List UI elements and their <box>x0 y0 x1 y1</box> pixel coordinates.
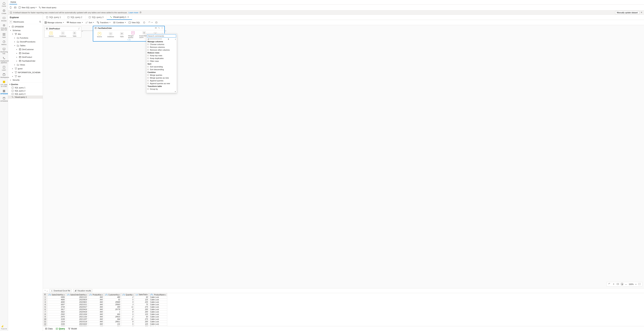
tree-schema-infoschema[interactable]: ▸INFORMATION_SCHEMA <box>8 71 43 74</box>
ctx-append-queries-new[interactable]: Append queries as new <box>146 82 177 85</box>
tab-sql1[interactable]: SQL query 1 <box>43 15 64 20</box>
top-tab-home[interactable]: Home <box>10 0 17 4</box>
table-row[interactable]: 2468520220819843525125Cable Lock <box>43 298 167 301</box>
tree-table-dimproduct[interactable]: ▸DimProduct <box>8 56 43 59</box>
table-row[interactable]: 121536202102228431315125Cable Lock <box>43 323 167 326</box>
toolbar-icon-3[interactable] <box>155 21 158 24</box>
ctx-sort-ascending[interactable]: Sort ascending <box>146 65 177 68</box>
table-row[interactable]: 450072022101184329583375Cable Lock <box>43 304 167 306</box>
query-item-visual1[interactable]: Visual query 1 <box>8 96 43 99</box>
rail-workspace-gtl[interactable]: GTL Data & AI Dev <box>0 80 8 89</box>
fullscreen-icon[interactable] <box>638 283 641 286</box>
reduce-rows-button[interactable]: Reduce rows▾ <box>67 21 83 24</box>
column-header-productname[interactable]: ABC ProductName ▾ <box>149 293 167 296</box>
toolbar-icon-2[interactable]: ▾ <box>148 21 152 24</box>
tree-schema-sys[interactable]: ▸sys <box>8 75 43 78</box>
ctx-keep-duplicates[interactable]: Keep duplicates <box>146 57 177 60</box>
transform-button[interactable]: Transform▾ <box>97 21 110 24</box>
step-database[interactable]: Database <box>106 32 116 38</box>
refresh-icon[interactable] <box>10 6 12 9</box>
node-more-icon[interactable]: ⋮ <box>161 27 163 29</box>
sort-button[interactable]: Sort▾ <box>86 21 94 24</box>
tree-schemas[interactable]: ▾Schemas <box>8 29 43 32</box>
table-row[interactable]: 82932202110248436655125Cable Lock <box>43 313 167 316</box>
column-header-salesorderdatekey[interactable]: 123 SalesOrderDateKey ▾ <box>66 293 88 296</box>
ctx-merge-queries[interactable]: Merge queries <box>146 74 177 76</box>
close-infobar-icon[interactable]: ✕ <box>641 11 642 14</box>
tab-sql2[interactable]: SQL query 2 <box>64 15 86 20</box>
column-header-salestotal[interactable]: 1.2 SalesTotal ▾ <box>134 293 149 296</box>
search-commands-input[interactable] <box>147 34 176 38</box>
ctx-keep-top-rows[interactable]: Keep top rows <box>146 54 177 57</box>
ctx-filter-rows[interactable]: Filter rows <box>146 60 177 62</box>
node-more-icon[interactable]: ⋮ <box>78 28 80 30</box>
new-visual-query-button[interactable]: New visual query <box>38 6 56 9</box>
tree-table-dimcustomer[interactable]: ▸DimCustomer <box>8 48 43 51</box>
table-row[interactable]: 1530620221121843480250Cable Lock <box>43 296 167 298</box>
tree-schema-dbo[interactable]: ▾dbo <box>8 32 43 36</box>
table-row[interactable]: 11131920210118843299118200Cable Lock <box>43 320 167 323</box>
rail-apps[interactable]: Apps <box>0 32 8 40</box>
tree-schema-guest[interactable]: ▸guest <box>8 67 43 70</box>
table-row[interactable]: 929762021110284329915250Cable Lock <box>43 316 167 318</box>
tree-views[interactable]: ▸Views <box>8 63 43 66</box>
column-header-customerkey[interactable]: 123 CustomerKey ▾ <box>104 293 121 296</box>
rail-browse[interactable]: Browse <box>0 16 8 23</box>
node-output-port[interactable] <box>165 30 166 32</box>
rail-learn[interactable]: Learn <box>0 65 8 72</box>
zoom-out-button[interactable]: — <box>625 283 627 285</box>
rail-metrics[interactable]: Metrics <box>0 40 8 47</box>
step-database[interactable]: Database <box>58 32 68 37</box>
ctx-choose-columns[interactable]: Choose columns <box>146 43 177 46</box>
ctx-remove-columns[interactable]: Remove columns <box>146 46 177 48</box>
download-excel-button[interactable]: Download Excel file <box>50 289 72 292</box>
table-row[interactable]: 537342022031784340011275Cable Lock <box>43 306 167 308</box>
rail-create[interactable]: Create <box>0 8 8 16</box>
zoom-in-button[interactable]: + <box>636 283 636 285</box>
ctx-merge-queries-new[interactable]: Merge queries as new <box>146 76 177 79</box>
step-table[interactable]: Table <box>70 32 80 37</box>
column-header-quantity[interactable]: 123 Quantity ▾ <box>121 293 134 296</box>
collapse-icon[interactable] <box>158 27 160 29</box>
manually-update-button[interactable]: Manually update dataset <box>615 11 639 14</box>
table-row[interactable]: 1031992021120784356411275Cable Lock <box>43 318 167 320</box>
column-header-salesorderkey[interactable]: 123 SalesOrderKey ▾ <box>47 293 66 296</box>
tree-table-factsalesorder[interactable]: ▸FactSalesOrder <box>8 59 43 62</box>
step-merged[interactable]: Merged queries <box>128 31 138 38</box>
add-warehouse-button[interactable]: + <box>10 20 12 23</box>
step-source[interactable]: Source <box>46 32 56 37</box>
rail-dp000dw-1[interactable]: DP000DW <box>0 89 8 96</box>
table-row[interactable]: 6391720220416843297788200Cable Lock <box>43 308 167 311</box>
tab-visual1[interactable]: Visual query 1✕ <box>107 15 132 20</box>
expand-results-icon[interactable]: ⌄ <box>46 290 48 292</box>
table-corner-icon[interactable] <box>44 294 46 296</box>
results-grid[interactable]: 123 SalesOrderKey ▾123 SalesOrderDateKey… <box>43 293 644 326</box>
table-row[interactable]: 739222022041884318200Cable Lock <box>43 311 167 313</box>
relationship-icon[interactable] <box>155 27 157 29</box>
fit-width-icon[interactable] <box>616 283 619 286</box>
search-icon[interactable] <box>39 20 41 23</box>
tab-sql3[interactable]: SQL query 3 <box>86 15 107 20</box>
step-table[interactable]: Table <box>117 32 127 38</box>
query-item-sql3[interactable]: SQL query 3 <box>8 92 43 96</box>
tree-table-dimdate[interactable]: ▸DimDate <box>8 52 43 55</box>
tree-root-dp000dw[interactable]: ▾DP000DW <box>8 25 43 28</box>
ctx-group-by[interactable]: Group by <box>146 88 177 90</box>
tree-tables[interactable]: ▾Tables <box>8 44 43 47</box>
view-model-tab[interactable]: Model <box>68 328 77 330</box>
visualize-results-button[interactable]: Visualize results <box>73 289 92 292</box>
query-item-sql1[interactable]: SQL query 1 <box>8 86 43 89</box>
view-data-tab[interactable]: Data <box>45 328 52 330</box>
toolbar-icon-1[interactable] <box>143 21 146 24</box>
column-header-productkey[interactable]: 123 ProductKey ▾ <box>88 293 104 296</box>
rail-dp000dw-2[interactable]: DP000DW <box>0 96 8 103</box>
view-query-tab[interactable]: Query <box>56 328 65 330</box>
rail-home[interactable]: Home <box>0 1 8 8</box>
fit-view-icon[interactable] <box>612 283 615 286</box>
query-item-sql2[interactable]: SQL query 2 <box>8 89 43 92</box>
view-sql-button[interactable]: View SQL <box>128 21 140 24</box>
visual-query-canvas[interactable]: DimProduct⋮ Source Database Table FactSa… <box>43 25 644 288</box>
ctx-append-queries[interactable]: Append queries <box>146 79 177 82</box>
step-source[interactable]: Source <box>94 32 104 38</box>
ctx-scroll-down-icon[interactable]: ▾ <box>146 90 177 93</box>
